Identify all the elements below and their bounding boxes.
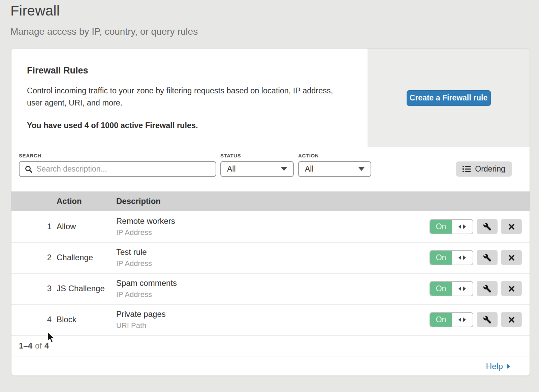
rule-description: Private pages: [116, 309, 430, 319]
ordered-list-icon: [463, 165, 471, 173]
toggle-on-label: On: [430, 251, 452, 265]
toggle-handle[interactable]: [452, 313, 473, 327]
rule-enabled-toggle[interactable]: On: [430, 250, 473, 265]
page-header: Firewall Manage access by IP, country, o…: [10, 3, 198, 37]
rule-controls: On: [430, 219, 530, 234]
rule-action: Allow: [57, 222, 116, 231]
ordering-button[interactable]: Ordering: [456, 161, 512, 177]
rule-controls: On: [430, 281, 530, 296]
rule-enabled-toggle[interactable]: On: [430, 312, 473, 327]
wrench-icon: [483, 222, 492, 231]
toggle-handle[interactable]: [452, 282, 473, 296]
toggle-handle[interactable]: [452, 220, 473, 234]
description-column-header: Description: [116, 197, 530, 206]
rule-description: Spam comments: [116, 278, 430, 288]
rule-priority: 4: [11, 315, 57, 324]
table-header: Action Description: [11, 191, 530, 211]
rule-action: Challenge: [57, 253, 116, 262]
page-title: Firewall: [10, 3, 198, 19]
left-right-arrows-icon: [458, 255, 466, 260]
intro-section: Firewall Rules Control incoming traffic …: [11, 49, 530, 147]
filter-bar: SEARCH STATUS All ACTION All: [11, 147, 530, 191]
intro-heading: Firewall Rules: [27, 65, 347, 76]
rule-priority: 3: [11, 284, 57, 293]
close-icon: [508, 223, 515, 231]
table-row: 2 Challenge Test rule IP Address On: [11, 242, 530, 273]
close-icon: [508, 285, 515, 293]
action-select-value: All: [305, 164, 314, 174]
rule-description: Remote workers: [116, 216, 430, 226]
wrench-icon: [483, 315, 492, 324]
edit-rule-button[interactable]: [477, 312, 498, 327]
rule-description: Test rule: [116, 247, 430, 257]
wrench-icon: [483, 253, 492, 262]
left-right-arrows-icon: [458, 224, 466, 229]
create-firewall-rule-button[interactable]: Create a Firewall rule: [407, 90, 491, 106]
rule-match-type: URI Path: [116, 321, 430, 330]
delete-rule-button[interactable]: [501, 312, 522, 327]
toggle-on-label: On: [430, 220, 452, 234]
status-label: STATUS: [220, 153, 241, 158]
pagination-of: of: [35, 341, 42, 351]
usage-summary: You have used 4 of 1000 active Firewall …: [27, 121, 347, 130]
close-icon: [508, 316, 515, 324]
rule-priority: 1: [11, 222, 57, 231]
edit-rule-button[interactable]: [477, 281, 498, 296]
rule-priority: 2: [11, 253, 57, 262]
delete-rule-button[interactable]: [501, 219, 522, 234]
help-link[interactable]: Help: [486, 362, 510, 371]
status-select-value: All: [227, 164, 236, 174]
edit-rule-button[interactable]: [477, 250, 498, 265]
action-label: ACTION: [298, 153, 319, 158]
wrench-icon: [483, 284, 492, 293]
cta-panel: Create a Firewall rule: [368, 49, 530, 147]
delete-rule-button[interactable]: [501, 281, 522, 296]
status-select[interactable]: All: [220, 161, 294, 177]
chevron-down-icon: [281, 167, 287, 171]
close-icon: [508, 254, 515, 262]
toggle-on-label: On: [430, 313, 452, 327]
pagination-total: 4: [44, 341, 49, 351]
intro-text-block: Firewall Rules Control incoming traffic …: [11, 49, 368, 147]
table-row: 1 Allow Remote workers IP Address On: [11, 211, 530, 242]
rule-action: Block: [57, 315, 116, 324]
search-field[interactable]: [19, 161, 216, 177]
search-icon: [25, 165, 32, 173]
rule-enabled-toggle[interactable]: On: [430, 281, 473, 296]
ordering-button-label: Ordering: [475, 164, 505, 174]
help-link-label: Help: [486, 362, 503, 371]
search-input[interactable]: [36, 164, 211, 174]
table-row: 4 Block Private pages URI Path On: [11, 304, 530, 335]
toggle-on-label: On: [430, 282, 452, 296]
page-subtitle: Manage access by IP, country, or query r…: [10, 26, 198, 37]
card-footer: Help: [11, 357, 530, 376]
pagination: 1–4 of 4: [11, 335, 530, 357]
action-column-header: Action: [57, 197, 116, 206]
firewall-rules-card: Firewall Rules Control incoming traffic …: [11, 48, 530, 376]
rule-enabled-toggle[interactable]: On: [430, 219, 473, 234]
search-label: SEARCH: [19, 153, 41, 158]
left-right-arrows-icon: [458, 318, 466, 322]
intro-description: Control incoming traffic to your zone by…: [27, 85, 347, 109]
pagination-range: 1–4: [19, 341, 32, 351]
left-right-arrows-icon: [458, 287, 466, 291]
toggle-handle[interactable]: [452, 251, 473, 265]
chevron-down-icon: [358, 167, 364, 171]
table-row: 3 JS Challenge Spam comments IP Address …: [11, 273, 530, 304]
rule-controls: On: [430, 250, 530, 265]
arrow-right-icon: [507, 364, 510, 369]
rule-match-type: IP Address: [116, 259, 430, 268]
rule-action: JS Challenge: [57, 284, 116, 293]
action-select[interactable]: All: [298, 161, 371, 177]
edit-rule-button[interactable]: [477, 219, 498, 234]
delete-rule-button[interactable]: [501, 250, 522, 265]
rule-controls: On: [430, 312, 530, 327]
rule-match-type: IP Address: [116, 290, 430, 299]
rule-match-type: IP Address: [116, 228, 430, 237]
